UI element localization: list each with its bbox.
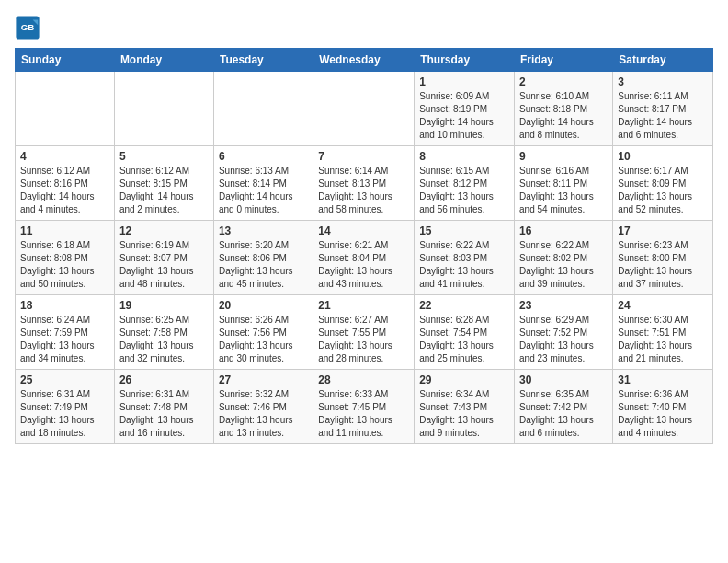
day-number: 23 [519, 299, 608, 312]
header-row: SundayMondayTuesdayWednesdayThursdayFrid… [16, 49, 713, 72]
calendar-cell: 14Sunrise: 6:21 AM Sunset: 8:04 PM Dayli… [313, 221, 415, 295]
calendar-cell: 13Sunrise: 6:20 AM Sunset: 8:06 PM Dayli… [213, 221, 313, 295]
calendar-cell: 11Sunrise: 6:18 AM Sunset: 8:08 PM Dayli… [16, 221, 115, 295]
calendar-cell: 18Sunrise: 6:24 AM Sunset: 7:59 PM Dayli… [16, 295, 115, 370]
calendar-cell: 28Sunrise: 6:33 AM Sunset: 7:45 PM Dayli… [313, 370, 415, 444]
calendar-cell: 5Sunrise: 6:12 AM Sunset: 8:15 PM Daylig… [114, 146, 213, 221]
calendar-table: SundayMondayTuesdayWednesdayThursdayFrid… [15, 48, 713, 444]
svg-text:GB: GB [21, 22, 35, 32]
calendar-cell: 29Sunrise: 6:34 AM Sunset: 7:43 PM Dayli… [415, 370, 515, 444]
day-number: 15 [419, 224, 509, 237]
day-info: Sunrise: 6:31 AM Sunset: 7:48 PM Dayligh… [119, 388, 209, 440]
calendar-cell: 20Sunrise: 6:26 AM Sunset: 7:56 PM Dayli… [213, 295, 313, 370]
calendar-cell: 15Sunrise: 6:22 AM Sunset: 8:03 PM Dayli… [415, 221, 515, 295]
day-info: Sunrise: 6:35 AM Sunset: 7:42 PM Dayligh… [519, 388, 608, 440]
calendar-cell: 24Sunrise: 6:30 AM Sunset: 7:51 PM Dayli… [613, 295, 713, 370]
day-info: Sunrise: 6:09 AM Sunset: 8:19 PM Dayligh… [419, 90, 509, 142]
week-row-5: 25Sunrise: 6:31 AM Sunset: 7:49 PM Dayli… [16, 370, 713, 444]
day-number: 27 [219, 373, 308, 386]
day-number: 7 [318, 150, 409, 163]
calendar-cell: 25Sunrise: 6:31 AM Sunset: 7:49 PM Dayli… [16, 370, 115, 444]
day-number: 28 [318, 373, 409, 386]
day-number: 9 [519, 150, 608, 163]
logo-icon: GB [15, 15, 40, 40]
day-number: 20 [219, 299, 308, 312]
day-info: Sunrise: 6:19 AM Sunset: 8:07 PM Dayligh… [119, 239, 209, 291]
day-number: 4 [20, 150, 109, 163]
day-number: 25 [20, 373, 109, 386]
day-number: 21 [318, 299, 409, 312]
calendar-cell: 27Sunrise: 6:32 AM Sunset: 7:46 PM Dayli… [213, 370, 313, 444]
calendar-cell: 16Sunrise: 6:22 AM Sunset: 8:02 PM Dayli… [515, 221, 613, 295]
day-info: Sunrise: 6:10 AM Sunset: 8:18 PM Dayligh… [519, 90, 608, 142]
day-info: Sunrise: 6:21 AM Sunset: 8:04 PM Dayligh… [318, 239, 409, 291]
calendar-cell: 10Sunrise: 6:17 AM Sunset: 8:09 PM Dayli… [613, 146, 713, 221]
day-number: 2 [519, 75, 608, 88]
header-monday: Monday [114, 49, 213, 72]
day-number: 22 [419, 299, 509, 312]
day-info: Sunrise: 6:11 AM Sunset: 8:17 PM Dayligh… [618, 90, 708, 142]
day-info: Sunrise: 6:12 AM Sunset: 8:15 PM Dayligh… [119, 165, 209, 216]
day-number: 16 [519, 224, 608, 237]
page-header: GB [15, 15, 713, 40]
calendar-cell: 30Sunrise: 6:35 AM Sunset: 7:42 PM Dayli… [515, 370, 613, 444]
day-number: 11 [20, 224, 109, 237]
day-number: 18 [20, 299, 109, 312]
logo: GB [15, 15, 44, 40]
calendar-cell: 22Sunrise: 6:28 AM Sunset: 7:54 PM Dayli… [415, 295, 515, 370]
calendar-cell: 6Sunrise: 6:13 AM Sunset: 8:14 PM Daylig… [213, 146, 313, 221]
day-number: 17 [618, 224, 708, 237]
day-info: Sunrise: 6:15 AM Sunset: 8:12 PM Dayligh… [419, 165, 509, 216]
day-number: 29 [419, 373, 509, 386]
header-friday: Friday [515, 49, 613, 72]
day-info: Sunrise: 6:20 AM Sunset: 8:06 PM Dayligh… [219, 239, 308, 291]
day-number: 26 [119, 373, 209, 386]
day-number: 5 [119, 150, 209, 163]
calendar-cell: 23Sunrise: 6:29 AM Sunset: 7:52 PM Dayli… [515, 295, 613, 370]
day-number: 1 [419, 75, 509, 88]
day-number: 30 [519, 373, 608, 386]
day-info: Sunrise: 6:32 AM Sunset: 7:46 PM Dayligh… [219, 388, 308, 440]
calendar-cell: 12Sunrise: 6:19 AM Sunset: 8:07 PM Dayli… [114, 221, 213, 295]
day-info: Sunrise: 6:12 AM Sunset: 8:16 PM Dayligh… [20, 165, 109, 216]
day-info: Sunrise: 6:25 AM Sunset: 7:58 PM Dayligh… [119, 314, 209, 365]
day-number: 6 [219, 150, 308, 163]
week-row-1: 1Sunrise: 6:09 AM Sunset: 8:19 PM Daylig… [16, 72, 713, 146]
calendar-cell: 1Sunrise: 6:09 AM Sunset: 8:19 PM Daylig… [415, 72, 515, 146]
day-info: Sunrise: 6:29 AM Sunset: 7:52 PM Dayligh… [519, 314, 608, 365]
calendar-cell: 3Sunrise: 6:11 AM Sunset: 8:17 PM Daylig… [613, 72, 713, 146]
day-info: Sunrise: 6:13 AM Sunset: 8:14 PM Dayligh… [219, 165, 308, 216]
day-info: Sunrise: 6:33 AM Sunset: 7:45 PM Dayligh… [318, 388, 409, 440]
calendar-cell [16, 72, 115, 146]
header-sunday: Sunday [16, 49, 115, 72]
calendar-cell: 9Sunrise: 6:16 AM Sunset: 8:11 PM Daylig… [515, 146, 613, 221]
calendar-cell: 21Sunrise: 6:27 AM Sunset: 7:55 PM Dayli… [313, 295, 415, 370]
day-info: Sunrise: 6:36 AM Sunset: 7:40 PM Dayligh… [618, 388, 708, 440]
day-number: 19 [119, 299, 209, 312]
header-saturday: Saturday [613, 49, 713, 72]
day-number: 12 [119, 224, 209, 237]
day-info: Sunrise: 6:34 AM Sunset: 7:43 PM Dayligh… [419, 388, 509, 440]
day-number: 24 [618, 299, 708, 312]
day-info: Sunrise: 6:14 AM Sunset: 8:13 PM Dayligh… [318, 165, 409, 216]
day-info: Sunrise: 6:17 AM Sunset: 8:09 PM Dayligh… [618, 165, 708, 216]
week-row-2: 4Sunrise: 6:12 AM Sunset: 8:16 PM Daylig… [16, 146, 713, 221]
day-info: Sunrise: 6:30 AM Sunset: 7:51 PM Dayligh… [618, 314, 708, 365]
week-row-4: 18Sunrise: 6:24 AM Sunset: 7:59 PM Dayli… [16, 295, 713, 370]
day-info: Sunrise: 6:23 AM Sunset: 8:00 PM Dayligh… [618, 239, 708, 291]
day-info: Sunrise: 6:28 AM Sunset: 7:54 PM Dayligh… [419, 314, 509, 365]
calendar-cell: 19Sunrise: 6:25 AM Sunset: 7:58 PM Dayli… [114, 295, 213, 370]
header-wednesday: Wednesday [313, 49, 415, 72]
calendar-cell [213, 72, 313, 146]
calendar-cell: 2Sunrise: 6:10 AM Sunset: 8:18 PM Daylig… [515, 72, 613, 146]
calendar-cell: 7Sunrise: 6:14 AM Sunset: 8:13 PM Daylig… [313, 146, 415, 221]
calendar-cell: 4Sunrise: 6:12 AM Sunset: 8:16 PM Daylig… [16, 146, 115, 221]
calendar-cell [313, 72, 415, 146]
day-number: 14 [318, 224, 409, 237]
calendar-cell: 31Sunrise: 6:36 AM Sunset: 7:40 PM Dayli… [613, 370, 713, 444]
day-info: Sunrise: 6:18 AM Sunset: 8:08 PM Dayligh… [20, 239, 109, 291]
header-tuesday: Tuesday [213, 49, 313, 72]
header-thursday: Thursday [415, 49, 515, 72]
day-number: 3 [618, 75, 708, 88]
day-number: 8 [419, 150, 509, 163]
